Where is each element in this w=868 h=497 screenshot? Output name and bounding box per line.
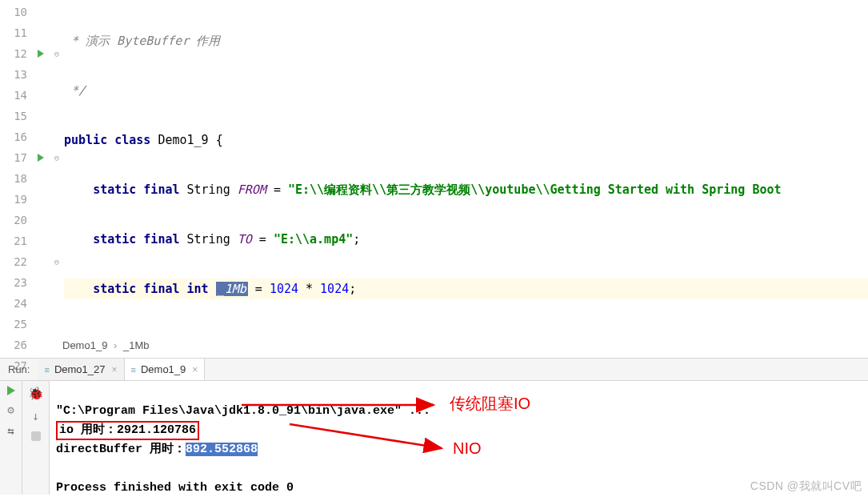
file-icon: ≡: [131, 365, 136, 375]
watermark: CSDN @我就叫CV吧: [750, 479, 862, 494]
close-icon[interactable]: ×: [112, 364, 118, 375]
svg-line-1: [290, 424, 442, 448]
code-area[interactable]: * 演示 ByteBuffer 作用 */ public class Demo1…: [64, 0, 868, 336]
editor-area: 101112 131415 161718 192021 222324 25262…: [0, 0, 868, 336]
run-tab[interactable]: ≡ Demo1_9 ×: [125, 359, 206, 380]
console-area: ⚙ ⇆ 🐞 ↓ "C:\Program Files\Java\jdk1.8.0_…: [0, 381, 868, 495]
close-icon[interactable]: ×: [192, 364, 198, 375]
play-icon[interactable]: [7, 386, 15, 395]
run-tabs-bar: Run: ≡ Demo1_27 × ≡ Demo1_9 ×: [0, 359, 868, 381]
annotation-label: NIO: [453, 439, 482, 458]
breadcrumb-item[interactable]: _1Mb: [123, 339, 150, 351]
stop-icon[interactable]: [31, 431, 41, 441]
run-toolbar-2: 🐞 ↓: [22, 381, 50, 495]
line-gutter: 101112 131415 161718 192021 222324 25262…: [0, 0, 32, 336]
fold-icon[interactable]: ⊖: [50, 43, 64, 64]
run-marker-icon[interactable]: [32, 43, 50, 64]
annotation-label: 传统阻塞IO: [450, 394, 530, 413]
arrow-annotation-icon: [290, 419, 450, 455]
console-selection: 892.552868: [186, 443, 258, 456]
fold-gutter: ⊖ ⊖ ⊖: [50, 0, 64, 336]
run-toolbar: ⚙ ⇆: [0, 381, 22, 495]
gear-icon[interactable]: ⚙: [7, 403, 14, 416]
console-line-highlighted: io 用时：2921.120786: [56, 421, 199, 440]
fold-icon[interactable]: ⊖: [50, 147, 64, 168]
wrap-icon[interactable]: ⇆: [7, 424, 14, 437]
console-output[interactable]: "C:\Program Files\Java\jdk1.8.0_91\bin\j…: [50, 381, 868, 495]
run-label: Run:: [0, 363, 38, 375]
run-gutter: [32, 0, 50, 336]
run-marker-icon[interactable]: [32, 147, 50, 168]
run-tab[interactable]: ≡ Demo1_27 ×: [38, 359, 124, 380]
fold-icon[interactable]: ⊖: [50, 251, 64, 272]
file-icon: ≡: [44, 365, 49, 375]
console-line: "C:\Program Files\Java\jdk1.8.0_91\bin\j…: [56, 404, 430, 418]
console-line: Process finished with exit code 0: [56, 481, 294, 495]
console-line: directBuffer 用时：892.552868: [56, 443, 258, 456]
breadcrumb-item[interactable]: Demo1_9: [62, 339, 107, 351]
bug-icon[interactable]: 🐞: [28, 386, 44, 401]
breadcrumb[interactable]: Demo1_9 › _1Mb: [0, 336, 868, 359]
down-icon[interactable]: ↓: [32, 409, 39, 423]
